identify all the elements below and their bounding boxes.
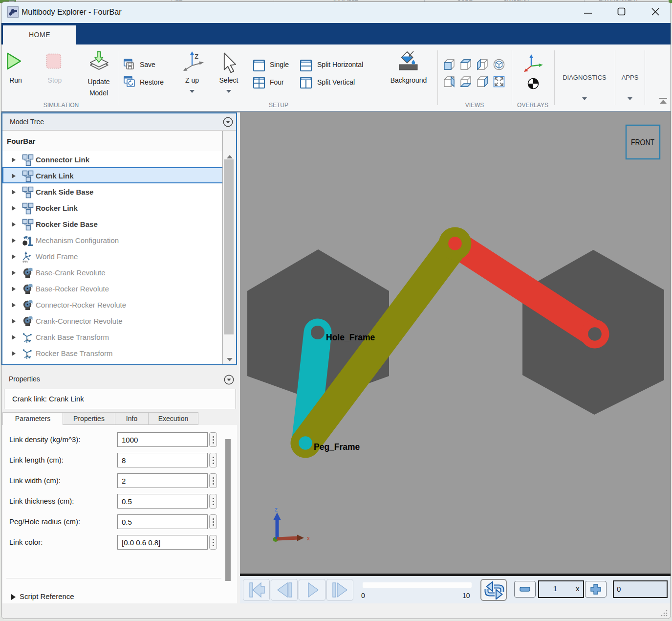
svg-text:z: z	[275, 506, 278, 513]
svg-text:z: z	[195, 51, 199, 61]
svg-text:Peg_Frame: Peg_Frame	[314, 442, 360, 452]
svg-text:Hole_Frame: Hole_Frame	[326, 333, 375, 342]
svg-text:FRONT: FRONT	[631, 138, 654, 147]
svg-text:x: x	[307, 535, 310, 542]
